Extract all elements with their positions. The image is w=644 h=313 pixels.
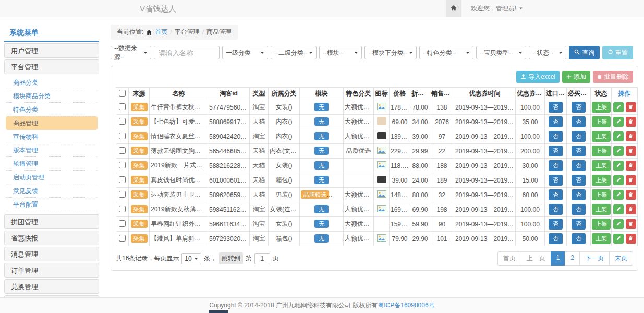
import-select-toggle[interactable]: 否 bbox=[549, 160, 563, 171]
import-select-toggle[interactable]: 否 bbox=[549, 233, 563, 244]
must-buy-toggle[interactable]: 否 bbox=[572, 146, 586, 156]
filter-select[interactable]: --二级分类-- bbox=[271, 46, 317, 59]
delete-button[interactable] bbox=[626, 117, 636, 127]
sidebar-item[interactable]: 商品分类 bbox=[6, 76, 98, 89]
must-buy-toggle[interactable]: 否 bbox=[572, 160, 586, 171]
filter-select[interactable]: --特色分类-- bbox=[419, 46, 473, 59]
sidebar-item[interactable]: 意见反馈 bbox=[6, 184, 98, 198]
sidebar-item[interactable]: 商品管理 bbox=[6, 116, 98, 130]
filter-select[interactable]: --模块-- bbox=[319, 46, 362, 59]
status-toggle[interactable]: 上架 bbox=[592, 116, 611, 127]
topbar-home-button[interactable] bbox=[446, 0, 461, 17]
status-toggle[interactable]: 上架 bbox=[592, 204, 611, 215]
row-checkbox[interactable] bbox=[119, 206, 126, 212]
breadcrumb-home-link[interactable]: 首页 bbox=[155, 28, 167, 37]
reset-button[interactable]: 重置 bbox=[602, 46, 633, 59]
name-search-input[interactable] bbox=[154, 46, 220, 59]
must-buy-toggle[interactable]: 否 bbox=[572, 219, 586, 230]
must-buy-toggle[interactable]: 否 bbox=[572, 233, 586, 244]
pager-button[interactable]: 首页 bbox=[497, 251, 521, 266]
status-toggle[interactable]: 上架 bbox=[592, 146, 611, 156]
must-buy-toggle[interactable]: 否 bbox=[572, 102, 586, 113]
sidebar-group[interactable]: 用户管理 bbox=[4, 43, 99, 58]
query-button[interactable]: 查询 bbox=[569, 46, 600, 59]
pager-button[interactable]: 末页 bbox=[609, 251, 633, 266]
per-page-select[interactable]: 10 bbox=[181, 253, 201, 264]
edit-button[interactable] bbox=[613, 161, 624, 171]
page-input[interactable] bbox=[254, 253, 270, 264]
pager-button[interactable]: 2 bbox=[565, 251, 580, 266]
row-checkbox[interactable] bbox=[119, 103, 126, 110]
select-all-checkbox[interactable] bbox=[119, 90, 126, 97]
edit-button[interactable] bbox=[613, 219, 624, 229]
import-select-toggle[interactable]: 否 bbox=[549, 219, 563, 230]
pager-button[interactable]: 下一页 bbox=[579, 251, 610, 266]
sidebar-item[interactable]: 特色分类 bbox=[6, 103, 98, 116]
import-select-toggle[interactable]: 否 bbox=[549, 189, 563, 200]
delete-button[interactable] bbox=[626, 190, 636, 200]
sidebar-group[interactable]: 平台管理 bbox=[4, 59, 99, 74]
delete-button[interactable] bbox=[626, 102, 636, 112]
batch-delete-button[interactable]: 批量删除 bbox=[593, 71, 633, 83]
icp-link[interactable]: 粤ICP备16098006号 bbox=[378, 301, 434, 310]
status-toggle[interactable]: 上架 bbox=[592, 102, 611, 113]
import-excel-button[interactable]: 导入excel bbox=[516, 71, 560, 83]
sidebar-group[interactable]: 拼团管理 bbox=[4, 214, 99, 229]
status-toggle[interactable]: 上架 bbox=[592, 233, 611, 244]
edit-button[interactable] bbox=[613, 117, 624, 127]
pager-button[interactable]: 上一页 bbox=[521, 251, 551, 266]
sidebar-group[interactable]: 省惠快报 bbox=[4, 231, 99, 245]
sidebar-item[interactable]: 启动页管理 bbox=[6, 171, 98, 184]
sidebar-group[interactable]: 兑换管理 bbox=[4, 279, 99, 294]
sidebar-group[interactable]: 订单管理 bbox=[4, 263, 99, 278]
sidebar-item[interactable]: 宣传物料 bbox=[6, 130, 98, 143]
sidebar-item[interactable]: 轮播管理 bbox=[6, 157, 98, 171]
edit-button[interactable] bbox=[613, 146, 624, 156]
must-buy-toggle[interactable]: 否 bbox=[572, 189, 586, 200]
must-buy-toggle[interactable]: 否 bbox=[572, 131, 586, 142]
row-checkbox[interactable] bbox=[119, 191, 126, 198]
status-toggle[interactable]: 上架 bbox=[592, 219, 611, 230]
pager-button[interactable]: 1 bbox=[551, 251, 566, 266]
filter-select[interactable]: --模块下分类-- bbox=[364, 46, 417, 59]
filter-select[interactable]: --宝贝类型-- bbox=[476, 46, 526, 59]
edit-button[interactable] bbox=[613, 204, 624, 214]
sidebar-item[interactable]: 模块商品分类 bbox=[6, 89, 98, 103]
delete-button[interactable] bbox=[626, 175, 636, 185]
row-checkbox[interactable] bbox=[119, 235, 126, 242]
delete-button[interactable] bbox=[626, 204, 636, 214]
row-checkbox[interactable] bbox=[119, 162, 126, 168]
sidebar-group[interactable]: 消息管理 bbox=[4, 247, 99, 261]
import-select-toggle[interactable]: 否 bbox=[549, 146, 563, 156]
edit-button[interactable] bbox=[613, 234, 624, 244]
status-toggle[interactable]: 上架 bbox=[592, 175, 611, 186]
delete-button[interactable] bbox=[626, 161, 636, 171]
row-checkbox[interactable] bbox=[119, 118, 126, 125]
edit-button[interactable] bbox=[613, 190, 624, 200]
delete-button[interactable] bbox=[626, 146, 636, 156]
must-buy-toggle[interactable]: 否 bbox=[572, 116, 586, 127]
delete-button[interactable] bbox=[626, 131, 636, 141]
status-toggle[interactable]: 上架 bbox=[592, 131, 611, 142]
edit-button[interactable] bbox=[613, 131, 624, 141]
status-toggle[interactable]: 上架 bbox=[592, 160, 611, 171]
row-checkbox[interactable] bbox=[119, 147, 126, 154]
edit-button[interactable] bbox=[613, 102, 624, 112]
row-checkbox[interactable] bbox=[119, 176, 126, 183]
must-buy-toggle[interactable]: 否 bbox=[572, 175, 586, 186]
import-select-toggle[interactable]: 否 bbox=[549, 131, 563, 142]
filter-select[interactable]: 一级分类 bbox=[222, 46, 268, 59]
jump-button[interactable]: 跳转到 bbox=[219, 252, 243, 264]
must-buy-toggle[interactable]: 否 bbox=[572, 204, 586, 215]
delete-button[interactable] bbox=[626, 219, 636, 229]
sidebar-item[interactable]: 平台配置 bbox=[6, 198, 98, 211]
status-toggle[interactable]: 上架 bbox=[592, 189, 611, 200]
user-menu[interactable]: 欢迎您，管理员! bbox=[471, 0, 523, 17]
edit-button[interactable] bbox=[613, 175, 624, 185]
import-select-toggle[interactable]: 否 bbox=[549, 116, 563, 127]
data-source-select[interactable]: --数据来源-- bbox=[111, 46, 151, 59]
sidebar-item[interactable]: 版本管理 bbox=[6, 143, 98, 157]
delete-button[interactable] bbox=[626, 234, 636, 244]
import-select-toggle[interactable]: 否 bbox=[549, 102, 563, 113]
filter-select[interactable]: --状态-- bbox=[529, 46, 566, 59]
